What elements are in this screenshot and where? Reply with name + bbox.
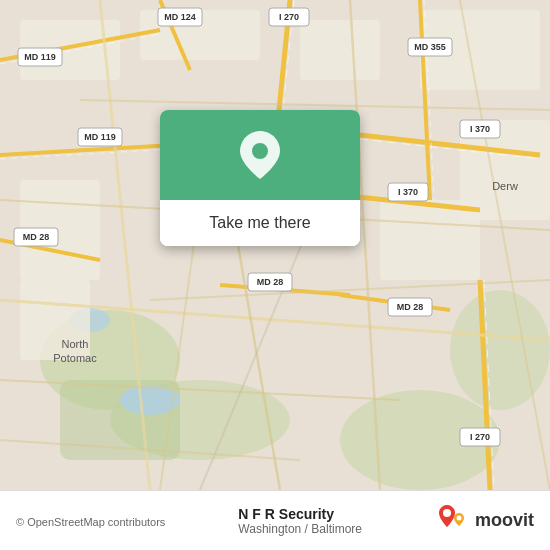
svg-point-72 xyxy=(456,515,461,520)
svg-text:MD 119: MD 119 xyxy=(24,52,56,62)
place-info: N F R Security Washington / Baltimore xyxy=(238,506,362,536)
svg-text:I 270: I 270 xyxy=(279,12,299,22)
map-attribution: © OpenStreetMap contributors xyxy=(16,516,165,528)
place-name: N F R Security xyxy=(238,506,362,522)
svg-text:MD 355: MD 355 xyxy=(414,42,446,52)
svg-point-4 xyxy=(450,290,550,410)
svg-text:MD 124: MD 124 xyxy=(164,12,196,22)
popup-header xyxy=(160,110,360,200)
svg-text:MD 28: MD 28 xyxy=(257,277,284,287)
svg-text:I 270: I 270 xyxy=(470,432,490,442)
svg-text:Derw: Derw xyxy=(492,180,518,192)
bottom-bar: © OpenStreetMap contributors N F R Secur… xyxy=(0,490,550,550)
popup-card: Take me there xyxy=(160,110,360,246)
place-location: Washington / Baltimore xyxy=(238,522,362,536)
take-me-there-button[interactable]: Take me there xyxy=(160,200,360,246)
svg-text:MD 28: MD 28 xyxy=(397,302,424,312)
svg-point-71 xyxy=(443,509,451,517)
svg-text:MD 119: MD 119 xyxy=(84,132,116,142)
location-pin-icon xyxy=(240,131,280,179)
svg-text:North: North xyxy=(62,338,89,350)
svg-text:MD 28: MD 28 xyxy=(23,232,50,242)
svg-rect-10 xyxy=(300,20,380,80)
moovit-logo: moovit xyxy=(435,503,534,539)
svg-point-70 xyxy=(252,143,268,159)
moovit-icon xyxy=(435,503,471,539)
svg-text:Potomac: Potomac xyxy=(53,352,97,364)
moovit-label: moovit xyxy=(475,510,534,531)
left-section: © OpenStreetMap contributors xyxy=(16,512,165,530)
svg-text:I 370: I 370 xyxy=(470,124,490,134)
svg-text:I 370: I 370 xyxy=(398,187,418,197)
map-container: MD 124 MD 119 MD 119 I 270 MD 355 I 370 … xyxy=(0,0,550,490)
